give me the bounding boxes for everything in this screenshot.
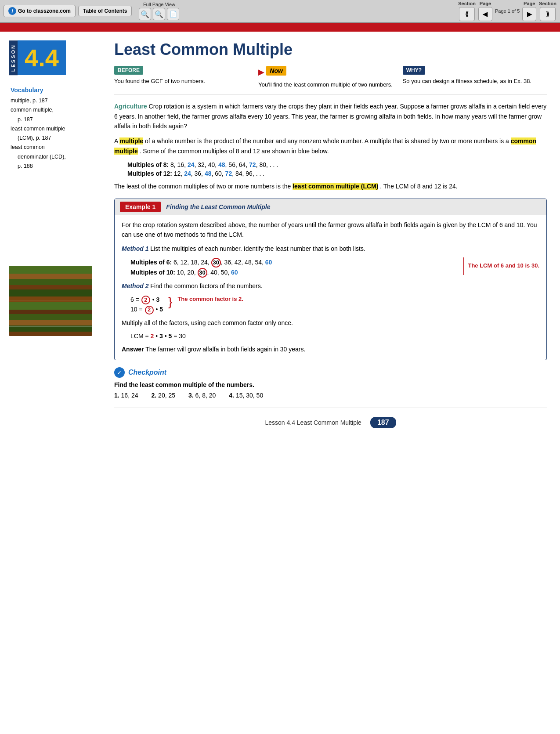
svg-rect-12 — [9, 332, 92, 336]
fullpage-label: Full Page View — [143, 2, 175, 7]
svg-rect-8 — [9, 310, 92, 314]
factor6-line: 6 = 2 • 3 — [130, 295, 163, 304]
checkpoint-section: ✓ Checkpoint Find the least common multi… — [114, 367, 547, 399]
vocab-item: denominator (LCD), — [11, 152, 105, 162]
section-left-label: Section — [458, 1, 476, 6]
right-content: Least Common Multiple BEFORE You found t… — [105, 40, 547, 437]
example-title: Finding the Least Common Multiple — [166, 203, 270, 210]
cp-problem-3: 3. 6, 8, 20 — [188, 392, 216, 399]
page-view-button[interactable]: 📄 — [167, 8, 179, 20]
vocab-item: multiple, p. 187 — [11, 96, 105, 105]
svg-rect-7 — [9, 302, 92, 310]
vocab-item: common multiple, — [11, 105, 105, 115]
vocab-item: (LCM), p. 187 — [11, 134, 105, 143]
section-prev-button[interactable]: ⟪ — [459, 7, 475, 21]
multiples-lines: Multiples of 6: 6, 12, 18, 24, 30, 36, 4… — [130, 257, 460, 278]
factor-brace-icon: } — [168, 296, 172, 308]
svg-rect-1 — [9, 266, 92, 274]
checkpoint-problems: 1. 16, 24 2. 20, 25 3. 6, 8, 20 4. 15, 3… — [114, 392, 547, 399]
now-text: You'll find the least common multiple of… — [258, 81, 397, 89]
crop-image-svg — [9, 266, 92, 336]
checkpoint-header: ✓ Checkpoint — [114, 367, 547, 378]
vocab-item: least common multiple — [11, 124, 105, 134]
page-left-label: Page — [480, 1, 491, 6]
before-header: BEFORE — [114, 66, 143, 75]
why-text: So you can design a fitness schedule, as… — [403, 77, 542, 85]
multiples-12-line: Multiples of 12: 12, 24, 36, 48, 60, 72,… — [127, 170, 547, 177]
multiples8-text: 8, 16, 24, 32, 40, 48, 56, 64, 72, 80, .… — [170, 161, 278, 168]
method2-desc: Find the common factors of the numbers. — [150, 282, 262, 289]
why-header: WHY? — [403, 66, 425, 75]
intro-text: Crop rotation is a system in which farme… — [114, 103, 546, 130]
checkpoint-title: Checkpoint — [128, 369, 166, 376]
zoom-in-button[interactable]: 🔍 — [153, 8, 165, 20]
cp-problem-4: 4. 15, 30, 50 — [229, 392, 263, 399]
intro-paragraph: Agriculture Crop rotation is a system in… — [114, 101, 547, 131]
factor-label-text: The common factor is 2. — [177, 295, 243, 304]
lcm-highlight: least common multiple (LCM) — [293, 183, 378, 190]
factor-label: The common factor is 2. — [177, 295, 243, 304]
example-header: Example 1 Finding the Least Common Multi… — [115, 199, 546, 215]
svg-rect-10 — [9, 320, 92, 325]
method1-label: Method 1 — [122, 245, 148, 252]
vocab-list: multiple, p. 187 common multiple, p. 187… — [11, 96, 105, 171]
page-info: Page 1 of 5 — [495, 8, 520, 14]
multiple-def-paragraph: A multiple of a whole number is the prod… — [114, 136, 547, 156]
svg-rect-9 — [9, 314, 92, 320]
lcm-def-paragraph: The least of the common multiples of two… — [114, 181, 547, 191]
checkpoint-icon: ✓ — [114, 367, 125, 378]
example-label: Example 1 — [120, 202, 161, 212]
multiply-instruction: Multiply all of the factors, using each … — [122, 318, 539, 328]
bnw-section: BEFORE You found the GCF of two numbers.… — [114, 66, 547, 94]
multiples-bracket-group: Multiples of 6: 6, 12, 18, 24, 30, 36, 4… — [130, 257, 539, 278]
lesson-area: LESSON 4.4 Vocabulary multiple, p. 187 c… — [0, 32, 560, 446]
method1-text: Method 1 List the multiples of each numb… — [122, 244, 539, 253]
page-right-label: Page — [524, 1, 535, 6]
multiples-8-line: Multiples of 8: 8, 16, 24, 32, 40, 48, 5… — [127, 161, 547, 168]
factor-box: 6 = 2 • 3 10 = 2 • 5 } The common factor… — [130, 295, 539, 315]
cp-problem-1: 1. 16, 24 — [114, 392, 138, 399]
bnw-why-col: WHY? So you can design a fitness schedul… — [403, 66, 547, 89]
factor-lines: 6 = 2 • 3 10 = 2 • 5 — [130, 295, 163, 315]
page-footer: Lesson 4.4 Least Common Multiple 187 — [114, 408, 547, 437]
method2-text: Method 2 Find the common factors of the … — [122, 281, 539, 291]
toc-label: Table of Contents — [83, 8, 127, 14]
zoom-out-button[interactable]: 🔍 — [139, 8, 151, 20]
multiples8-label: Multiples of 8: — [127, 161, 169, 168]
multiples12-label: Multiples of 12: — [127, 170, 172, 177]
mult10-text: 10, 20, 30, 40, 50, 60 — [177, 269, 238, 276]
bnw-before-col: BEFORE You found the GCF of two numbers. — [114, 66, 258, 89]
vocabulary-section: Vocabulary multiple, p. 187 common multi… — [9, 87, 105, 171]
answer-label: Answer — [122, 346, 144, 353]
svg-rect-4 — [9, 285, 92, 289]
footer-lesson-text: Lesson 4.4 Least Common Multiple — [265, 419, 361, 426]
vocab-item: p. 187 — [11, 115, 105, 124]
multiple-highlight: multiple — [119, 137, 143, 145]
vocab-item: least common — [11, 143, 105, 152]
lesson-vertical-text: LESSON — [9, 40, 18, 75]
answer-text: Answer The farmer will grow alfalfa in b… — [122, 344, 539, 354]
vocab-title: Vocabulary — [11, 87, 105, 94]
toc-button[interactable]: Table of Contents — [78, 6, 132, 16]
now-header: Now — [266, 66, 286, 76]
section-next-button[interactable]: ⟫ — [540, 7, 556, 21]
lesson-number: 4.4 — [18, 40, 66, 75]
method1-desc: List the multiples of each number. Ident… — [150, 245, 365, 252]
page-prev-button[interactable]: ◀ — [478, 7, 492, 21]
common-multiple-highlight: common multiple — [114, 137, 536, 154]
before-text: You found the GCF of two numbers. — [114, 77, 253, 85]
footer-page-number: 187 — [370, 417, 396, 428]
bracket-text: The LCM of 6 and 10 is 30. — [468, 261, 539, 271]
classzone-button[interactable]: i Go to classzone.com — [4, 5, 76, 17]
agriculture-word: Agriculture — [114, 103, 147, 110]
cp-problem-2: 2. 20, 25 — [152, 392, 176, 399]
answer-body: The farmer will grow alfalfa in both fie… — [145, 346, 305, 353]
page-next-button[interactable]: ▶ — [522, 7, 536, 21]
lcm-formula: LCM = 2 • 3 • 5 = 30 — [130, 331, 539, 341]
svg-rect-11 — [9, 325, 92, 332]
now-arrow-icon: ▶ — [258, 67, 264, 77]
info-icon: i — [8, 7, 16, 15]
svg-rect-3 — [9, 279, 92, 285]
svg-rect-2 — [9, 274, 92, 279]
left-sidebar: LESSON 4.4 Vocabulary multiple, p. 187 c… — [9, 40, 105, 437]
